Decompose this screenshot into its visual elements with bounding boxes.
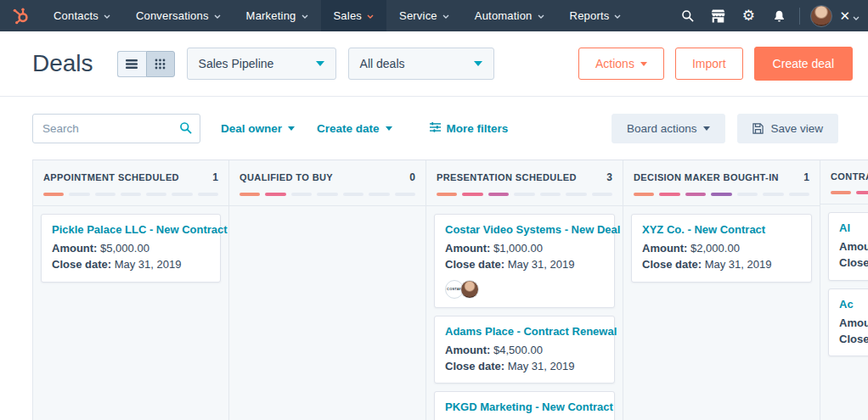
nav-item-conversations[interactable]: Conversations [123,0,234,31]
deal-card[interactable]: PKGD Marketing - New ContractAmount: $1,… [434,391,615,420]
stage-dash [592,193,612,196]
caret-down-icon [474,61,482,66]
close-icon[interactable]: ✕ [837,9,852,22]
column-cards: Pickle Palace LLC - New ContractAmount: … [33,206,228,290]
stage-dash [462,193,482,196]
nav-item-reports[interactable]: Reports [557,0,634,31]
stage-dash [685,193,706,196]
chevron-down-icon[interactable] [853,8,860,24]
actions-button[interactable]: Actions [578,48,664,80]
nav-menu: ContactsConversationsMarketingSalesServi… [41,0,634,31]
deal-title-link[interactable]: Ac [839,298,868,311]
page-title: Deals [32,50,93,77]
column-title: QUALIFIED TO BUY [240,172,333,182]
stage-dash [172,193,192,196]
deal-title-link[interactable]: Pickle Palace LLC - New Contract [52,223,210,236]
deal-title-link[interactable]: Al [839,221,868,234]
nav-item-label: Service [399,9,437,22]
column-count: 3 [606,171,612,183]
stage-dash [437,193,457,196]
more-filters-button[interactable]: More filters [430,122,509,135]
amount-label: Amount: [839,316,868,329]
stage-dash [317,193,337,196]
sliders-icon [430,122,441,135]
deal-title-link[interactable]: PKGD Marketing - New Contract [445,400,604,413]
search-icon[interactable] [672,0,702,31]
deal-amount-line: Amount: $2,000.00 [642,241,801,257]
stage-progress [831,191,868,194]
save-icon [752,123,764,134]
deal-amount-line: Amount: $1,000.00 [445,241,604,257]
amount-label: Amount: [445,344,490,356]
marketplace-icon[interactable] [702,0,733,31]
deal-close-date-line: Close date: May 31, 2019 [52,257,210,273]
stage-dash [514,193,534,196]
stage-dash [240,193,260,196]
stage-dash [634,193,654,196]
deal-amount-line: Amount: $4,500.00 [445,343,604,359]
deal-card[interactable]: Adams Place - Contract RenewalAmount: $4… [434,316,615,384]
caret-down-icon [316,61,324,66]
view-toggle [117,51,175,77]
pipeline-select[interactable]: Sales Pipeline [187,48,336,80]
column-title: CONTRACT SENT [831,171,868,182]
amount-label: Amount: [642,242,687,255]
save-view-label: Save view [770,122,823,135]
import-button[interactable]: Import [675,48,743,80]
list-view-button[interactable] [117,51,146,77]
hubspot-logo-icon[interactable] [0,6,41,25]
chevron-down-icon [302,14,308,19]
nav-item-automation[interactable]: Automation [462,0,557,31]
stage-dash [711,193,731,196]
user-avatar[interactable] [810,5,832,27]
column-header: CONTRACT SENT [820,160,868,204]
caret-down-icon [703,126,710,131]
create-deal-button[interactable]: Create deal [754,47,853,81]
search-input[interactable] [32,114,200,143]
header-actions: Actions Import Create deal [578,47,853,81]
deal-title-link[interactable]: Costar Video Systems - New Deal [445,223,604,236]
stage-dash [789,193,809,196]
stage-dash [343,193,364,196]
deal-card[interactable]: AcAmount: Close date: [828,288,868,357]
board-column: APPOINTMENT SCHEDULED1Pickle Palace LLC … [32,160,229,420]
save-view-button[interactable]: Save view [737,114,838,143]
nav-item-label: Conversations [136,9,209,22]
amount-label: Amount: [52,242,97,255]
close-date-label: Close date: [445,258,504,271]
board-column: CONTRACT SENTAlAmount: Close date: AcAmo… [820,160,868,420]
deals-view-select[interactable]: All deals [348,48,494,80]
deals-view-select-value: All deals [360,57,405,70]
board-actions-button[interactable]: Board actions [612,114,726,143]
deal-card[interactable]: XYZ Co. - New ContractAmount: $2,000.00C… [631,214,812,283]
notifications-bell-icon[interactable] [764,0,794,31]
stage-dash [265,193,285,196]
stage-dash [69,193,89,196]
deal-title-link[interactable]: Adams Place - Contract Renewal [445,325,604,338]
deal-owner-filter[interactable]: Deal owner [221,122,295,135]
column-title-row: DECISION MAKER BOUGHT-IN1 [634,171,809,183]
actions-button-label: Actions [595,57,634,70]
deal-card[interactable]: Costar Video Systems - New DealAmount: $… [434,214,615,308]
stage-dash [146,193,166,196]
deal-card[interactable]: AlAmount: Close date: [828,212,868,281]
deal-close-date-line: Close date: May 31, 2019 [642,257,801,273]
nav-item-label: Contacts [54,9,99,22]
nav-item-sales[interactable]: Sales [321,0,387,31]
stage-dash [737,193,758,196]
create-date-filter[interactable]: Create date [317,122,392,135]
nav-item-service[interactable]: Service [386,0,462,31]
column-cards: AlAmount: Close date: AcAmount: Close da… [820,204,868,364]
nav-item-contacts[interactable]: Contacts [41,0,123,31]
deal-close-date-line: Close date: [839,255,868,272]
deal-card[interactable]: Pickle Palace LLC - New ContractAmount: … [41,214,221,283]
column-title-row: CONTRACT SENT [831,171,868,182]
board-view-button[interactable] [146,51,175,77]
contact-photo-avatar[interactable] [460,280,479,299]
nav-item-marketing[interactable]: Marketing [234,0,321,31]
column-count: 1 [212,171,218,183]
settings-gear-icon[interactable]: ⚙ [733,0,764,31]
chevron-down-icon [104,14,110,19]
deal-title-link[interactable]: XYZ Co. - New Contract [642,223,801,236]
stage-dash [566,193,586,196]
